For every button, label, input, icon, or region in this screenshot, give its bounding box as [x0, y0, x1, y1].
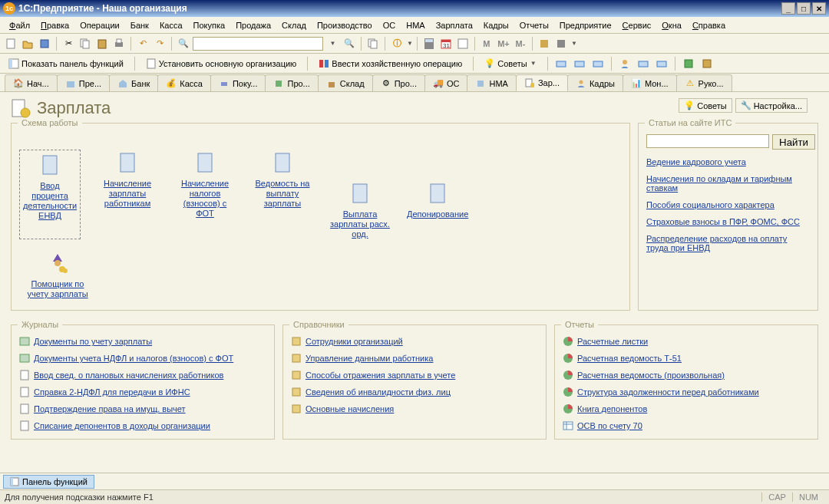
page-settings-button[interactable]: 🔧Настройка...	[735, 98, 808, 113]
menu-enterprise[interactable]: Предприятие	[555, 19, 616, 31]
ref-link-4[interactable]: Основные начисления	[306, 404, 394, 413]
tb2-icon-5[interactable]	[636, 56, 651, 71]
report-link-1[interactable]: Расчетная ведомость Т-51	[577, 354, 682, 363]
journal-link-2[interactable]: Ввод свед. о плановых начислениях работн…	[34, 371, 223, 380]
scheme-link-taxes[interactable]: Начисление налогов (взносов) с ФОТ	[174, 179, 236, 219]
copy-icon[interactable]	[78, 36, 93, 51]
tab-fixed-assets[interactable]: 🚚ОС	[424, 74, 468, 91]
ref-link-1[interactable]: Управление данными работника	[306, 354, 433, 363]
menu-reports[interactable]: Отчеты	[515, 19, 553, 31]
search-go-icon[interactable]: 🔍	[342, 36, 357, 51]
zoom-icon[interactable]: 🔍	[176, 36, 191, 51]
undo-icon[interactable]: ↶	[135, 36, 150, 51]
menu-operations[interactable]: Операции	[75, 19, 124, 31]
menu-personnel[interactable]: Кадры	[479, 19, 514, 31]
tb2-icon-7[interactable]	[681, 56, 696, 71]
menu-intangible[interactable]: НМА	[401, 19, 429, 31]
panel-functions-button[interactable]: Панель функций	[3, 475, 94, 489]
misc-icon-2[interactable]	[553, 36, 569, 51]
minimize-button[interactable]: _	[781, 2, 795, 15]
menu-sale[interactable]: Продажа	[231, 19, 276, 31]
scheme-link-envd[interactable]: Ввод процента деятельности ЕНВД	[21, 181, 78, 221]
enter-op-button[interactable]: Ввести хозяйственную операцию	[313, 56, 467, 71]
its-link-4[interactable]: Распределение расходов на оплату труда п…	[646, 234, 810, 252]
scheme-link-sheet[interactable]: Ведомость на выплату зарплаты	[252, 179, 313, 209]
scheme-link-payout[interactable]: Выплата зарплаты расх. орд.	[329, 209, 391, 239]
tb2-icon-2[interactable]	[572, 56, 587, 71]
menu-purchase[interactable]: Покупка	[189, 19, 230, 31]
menu-bank[interactable]: Банк	[126, 19, 154, 31]
new-doc-icon[interactable]	[3, 36, 18, 51]
tab-enterprise[interactable]: Пре...	[57, 74, 110, 91]
print-icon[interactable]	[111, 36, 127, 51]
journal-link-5[interactable]: Списание депонентов в доходы организации	[34, 421, 210, 430]
report-link-3[interactable]: Структура задолженности перед работникам…	[577, 387, 759, 397]
tab-personnel[interactable]: Кадры	[567, 74, 623, 91]
menu-service[interactable]: Сервис	[618, 19, 656, 31]
menu-stock[interactable]: Склад	[277, 19, 311, 31]
m-plus-icon[interactable]: M+	[496, 36, 511, 51]
tab-purchase[interactable]: Поку...	[210, 74, 266, 91]
paste-icon[interactable]	[94, 36, 110, 51]
tab-start[interactable]: 🏠Нач...	[5, 74, 58, 91]
info-icon[interactable]: ⓘ	[389, 36, 405, 51]
m-minus-icon[interactable]: M-	[513, 36, 528, 51]
tab-production[interactable]: ⚙Про...	[372, 74, 425, 91]
report-link-0[interactable]: Расчетные листки	[577, 337, 648, 346]
misc-icon-1[interactable]	[537, 36, 552, 51]
report-link-5[interactable]: ОСВ по счету 70	[577, 421, 642, 430]
close-button[interactable]: ✕	[812, 2, 826, 15]
search-dropdown-icon[interactable]: ▼	[325, 36, 340, 51]
maximize-button[interactable]: □	[797, 2, 811, 15]
redo-icon[interactable]: ↷	[152, 36, 167, 51]
menu-production[interactable]: Производство	[312, 19, 377, 31]
set-org-button[interactable]: Установить основную организацию	[140, 56, 302, 71]
tab-stock[interactable]: Склад	[318, 74, 373, 91]
menu-cash[interactable]: Касса	[155, 19, 187, 31]
clone-icon[interactable]	[365, 36, 381, 51]
scheme-link-deposit[interactable]: Депонирование	[407, 209, 468, 219]
tips-button[interactable]: 💡 Советы ▼	[479, 56, 541, 71]
tab-sale[interactable]: Про...	[265, 74, 318, 91]
cut-icon[interactable]: ✂	[61, 36, 76, 51]
save-icon[interactable]	[37, 36, 52, 51]
ref-link-2[interactable]: Способы отражения зарплаты в учете	[306, 371, 455, 380]
tab-director[interactable]: ⚠Руко...	[676, 74, 732, 91]
ref-link-0[interactable]: Сотрудники организаций	[306, 337, 403, 346]
tab-intangible[interactable]: НМА	[467, 74, 516, 91]
show-panel-button[interactable]: Показать панель функций	[3, 56, 129, 71]
its-link-2[interactable]: Пособия социального характера	[646, 200, 810, 209]
journal-link-3[interactable]: Справка 2-НДФЛ для передачи в ИФНС	[34, 387, 190, 397]
m-large-icon[interactable]: M	[479, 36, 494, 51]
its-find-button[interactable]: Найти	[772, 134, 815, 150]
menu-edit[interactable]: Правка	[36, 19, 74, 31]
report-link-4[interactable]: Книга депонентов	[577, 404, 647, 413]
report-link-2[interactable]: Расчетная ведомость (произвольная)	[577, 371, 725, 380]
search-input[interactable]	[193, 37, 323, 51]
scheme-link-accrual[interactable]: Начисление зарплаты работникам	[97, 179, 158, 209]
calendar-icon[interactable]: 31	[438, 36, 454, 51]
calc-icon[interactable]	[421, 36, 437, 51]
menu-fixed-assets[interactable]: ОС	[378, 19, 401, 31]
ref-link-3[interactable]: Сведения об инвалидности физ. лиц	[306, 387, 451, 397]
tb2-icon-8[interactable]	[699, 56, 715, 71]
tab-bank[interactable]: Банк	[109, 74, 158, 91]
menu-payroll[interactable]: Зарплата	[431, 19, 477, 31]
tab-monitor[interactable]: 📊Мон...	[623, 74, 677, 91]
menu-file[interactable]: Файл	[5, 19, 35, 31]
its-link-1[interactable]: Начисления по окладам и тарифным ставкам	[646, 174, 810, 193]
tb2-icon-3[interactable]	[590, 56, 606, 71]
tb2-icon-6[interactable]	[654, 56, 669, 71]
journal-link-1[interactable]: Документы учета НДФЛ и налогов (взносов)…	[34, 354, 233, 363]
menu-windows[interactable]: Окна	[657, 19, 686, 31]
open-icon[interactable]	[20, 36, 35, 51]
its-link-0[interactable]: Ведение кадрового учета	[646, 157, 810, 166]
its-search-input[interactable]	[646, 134, 769, 148]
scheme-link-helper[interactable]: Помощник по учету зарплаты	[27, 279, 88, 299]
menu-help[interactable]: Справка	[688, 19, 730, 31]
journal-link-4[interactable]: Подтверждение права на имущ. вычет	[34, 404, 186, 413]
tb2-icon-1[interactable]	[553, 56, 569, 71]
schedule-icon[interactable]	[455, 36, 471, 51]
tb2-icon-4[interactable]	[617, 56, 632, 71]
tab-cash[interactable]: 💰Касса	[157, 74, 211, 91]
